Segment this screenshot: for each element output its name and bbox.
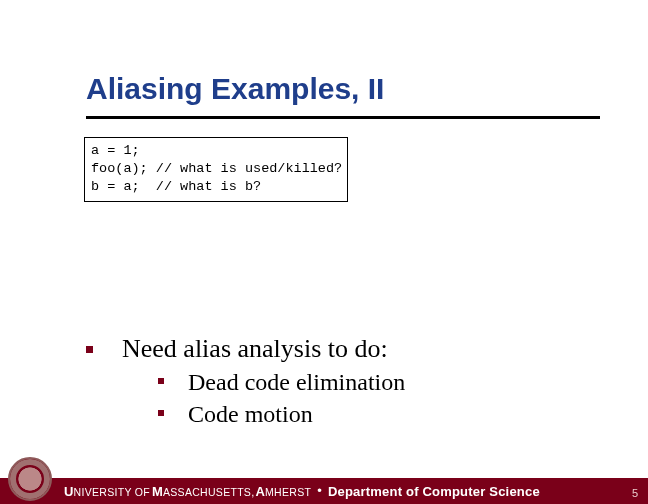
- footer-dept: Department of Computer Science: [328, 484, 540, 499]
- square-bullet-icon: [158, 378, 164, 384]
- footer-comma: ,: [251, 486, 254, 498]
- footer-u: U: [64, 484, 74, 499]
- separator-dot-icon: •: [311, 483, 328, 498]
- slide: Aliasing Examples, II a = 1; foo(a); // …: [0, 0, 648, 504]
- footer-text: U NIVERSITY OF M ASSACHUSETTS , A MHERST…: [64, 484, 540, 499]
- footer-bar: U NIVERSITY OF M ASSACHUSETTS , A MHERST…: [0, 478, 648, 504]
- slide-title: Aliasing Examples, II: [0, 0, 648, 106]
- bullet-text: Code motion: [188, 401, 313, 427]
- bullet-lvl1: Need alias analysis to do: Dead code eli…: [86, 332, 608, 431]
- footer-m: M: [152, 484, 163, 499]
- footer-amh: MHERST: [265, 486, 311, 498]
- page-number: 5: [632, 487, 638, 499]
- title-underline: [86, 116, 600, 119]
- bullet-lvl2: Code motion: [158, 398, 608, 430]
- bullet-text: Dead code elimination: [188, 369, 405, 395]
- footer-univ: NIVERSITY OF: [74, 486, 150, 498]
- square-bullet-icon: [86, 346, 93, 353]
- footer-a: A: [255, 484, 265, 499]
- body-content: Need alias analysis to do: Dead code eli…: [86, 332, 608, 431]
- bullet-lvl2: Dead code elimination: [158, 366, 608, 398]
- footer-mass: ASSACHUSETTS: [163, 486, 251, 498]
- code-block: a = 1; foo(a); // what is used/killed? b…: [84, 137, 348, 202]
- square-bullet-icon: [158, 410, 164, 416]
- university-seal-icon: [8, 457, 52, 501]
- bullet-text: Need alias analysis to do:: [122, 334, 388, 363]
